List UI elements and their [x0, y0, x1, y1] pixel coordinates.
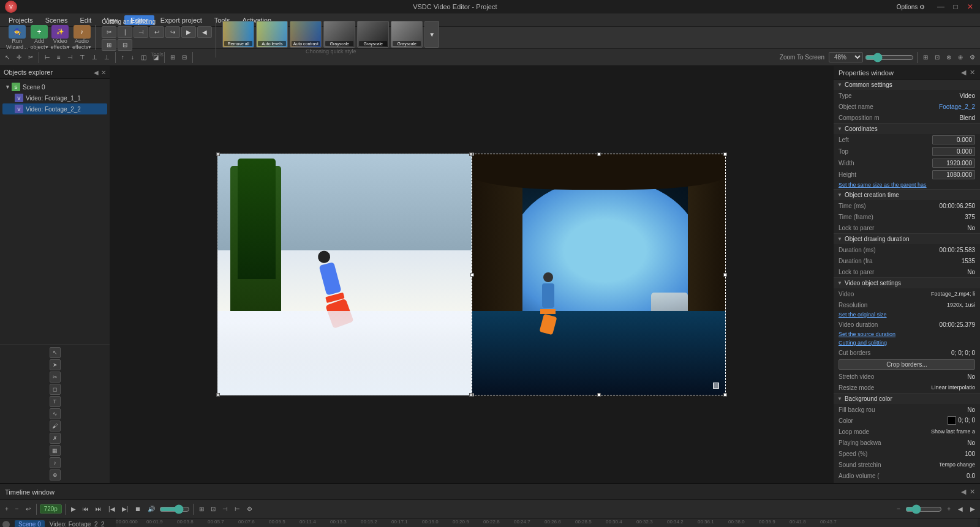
timeline-collapse-btn[interactable]: ◀	[961, 488, 966, 496]
tl-mark-out[interactable]: ⊢	[232, 504, 243, 514]
crop-borders-btn[interactable]: Crop borders...	[839, 359, 975, 370]
props-section-common-header[interactable]: ▼ Common settings	[834, 80, 980, 90]
props-left-input[interactable]	[932, 135, 975, 144]
props-close-btn[interactable]: ✕	[970, 69, 975, 77]
cutting-splitting-link[interactable]: Cutting and splitting	[834, 338, 980, 347]
video-effects-btn[interactable]: ✨ Videoeffects▾	[51, 25, 70, 51]
tool-extra4[interactable]: ⊟	[118, 39, 132, 51]
tool-move2[interactable]: ⊕	[50, 469, 61, 480]
tl-skip-back-btn[interactable]: |◀	[106, 504, 118, 514]
tool-arrow[interactable]: ➤	[50, 359, 61, 370]
trim-icon[interactable]: ⊣	[134, 26, 148, 38]
tree-item-scene0[interactable]: ▼ S Scene 0	[2, 81, 107, 92]
tl-add-btn[interactable]: +	[2, 504, 11, 514]
source-duration-btn[interactable]: Set the source duration	[834, 330, 980, 338]
props-height-input[interactable]	[932, 170, 975, 179]
menu-item-projects[interactable]: Projects	[2, 15, 39, 25]
arrange-back[interactable]: ◫	[138, 53, 149, 62]
props-width-input[interactable]	[932, 159, 975, 168]
view-toggle-1[interactable]: ⊞	[921, 53, 930, 62]
menu-item-scenes[interactable]: Scenes	[39, 15, 74, 25]
props-top-input[interactable]	[932, 147, 975, 156]
select-tool[interactable]: ↖	[2, 53, 12, 62]
align-right[interactable]: ⊣	[65, 53, 75, 62]
move-tool[interactable]: ✛	[14, 53, 24, 62]
tl-undo-btn[interactable]: ↩	[23, 504, 33, 514]
align-center-v[interactable]: ⊥	[89, 53, 100, 62]
tl-zoom-slider[interactable]	[905, 504, 942, 514]
tool-curve[interactable]: ∿	[50, 408, 61, 419]
snap-grid[interactable]: ⊞	[168, 53, 178, 62]
tl-remove-btn[interactable]: −	[13, 504, 21, 514]
style-grayscale-2[interactable]: Grayscale	[357, 21, 389, 48]
view-toggle-3[interactable]: ⊗	[944, 53, 954, 62]
cut-tool[interactable]: ✂	[26, 53, 36, 62]
style-grayscale-1[interactable]: Grayscale	[323, 21, 355, 48]
original-size-btn[interactable]: Set the original size	[834, 310, 980, 319]
align-left[interactable]: ⊢	[42, 53, 53, 62]
tl-snap-btn[interactable]: ⊞	[197, 504, 206, 514]
tl-volume-slider[interactable]	[159, 504, 190, 514]
props-collapse-btn[interactable]: ◀	[961, 69, 966, 77]
style-remove-all[interactable]: Remove all	[222, 21, 254, 48]
tool-rect[interactable]: ◻	[50, 384, 61, 395]
same-size-btn[interactable]: Set the same size as the parent has	[834, 181, 980, 189]
close-btn[interactable]: ✕	[965, 2, 975, 11]
settings-btn[interactable]: ⚙	[967, 53, 978, 62]
tool-eraser[interactable]: ✗	[50, 433, 61, 444]
tool-extra2[interactable]: ◀	[197, 26, 212, 38]
tl-volume-btn[interactable]: 🔊	[145, 504, 157, 514]
minimize-btn[interactable]: —	[936, 2, 946, 11]
style-grayscale-3[interactable]: Grayscale	[391, 21, 423, 48]
arrow-tool-1[interactable]: ↑	[119, 53, 127, 62]
align-top[interactable]: ⊤	[77, 53, 88, 62]
zoom-slider[interactable]	[865, 53, 914, 62]
props-section-bg-header[interactable]: ▼ Background color	[834, 394, 980, 404]
menu-item-edit[interactable]: Edit	[74, 15, 97, 25]
tl-stop-btn[interactable]: ⏹	[132, 504, 143, 514]
explorer-collapse-btn[interactable]: ◀	[94, 69, 99, 76]
timeline-close-btn[interactable]: ✕	[970, 488, 975, 496]
tl-zoom-out[interactable]: −	[894, 504, 903, 514]
tl-move-left[interactable]: ◀	[956, 504, 965, 514]
tl-move-right[interactable]: ▶	[968, 504, 978, 514]
align-bottom[interactable]: ⊥	[102, 53, 112, 62]
style-auto-levels[interactable]: Auto levels	[256, 21, 288, 48]
tl-settings[interactable]: ⚙	[244, 504, 255, 514]
color-swatch[interactable]	[948, 416, 956, 425]
zoom-select[interactable]: 48% 25% 50% 75% 100%	[829, 52, 863, 62]
tl-grid-btn[interactable]: ⊡	[208, 504, 218, 514]
tool-extra[interactable]: ▶	[181, 26, 196, 38]
options-btn[interactable]: Options ⚙	[891, 2, 931, 12]
tool-cursor[interactable]: ↖	[50, 347, 61, 358]
tool-redo[interactable]: ↪	[165, 26, 180, 38]
arrange-fwd[interactable]: ◪	[151, 53, 161, 62]
tl-skip-fwd-btn[interactable]: ▶|	[119, 504, 131, 514]
maximize-btn[interactable]: □	[951, 2, 960, 11]
tl-zoom-in[interactable]: +	[944, 504, 953, 514]
add-object-btn[interactable]: + Addobject▾	[31, 25, 48, 51]
more-styles-btn[interactable]: ▼	[424, 21, 439, 48]
tool-text[interactable]: T	[50, 396, 61, 407]
props-section-video-header[interactable]: ▼ Video object settings	[834, 278, 980, 288]
props-section-drawing-header[interactable]: ▼ Object drawing duration	[834, 234, 980, 244]
arrow-tool-2[interactable]: ↓	[129, 53, 137, 62]
tool-audio[interactable]: ♪	[50, 457, 61, 468]
tool-brush[interactable]: 🖌	[50, 420, 61, 432]
tree-item-footage22[interactable]: V Video: Footage_2_2	[2, 103, 107, 114]
view-toggle-2[interactable]: ⊡	[932, 53, 942, 62]
eye-toggle-scene[interactable]	[2, 521, 10, 528]
snap-obj[interactable]: ⊟	[179, 53, 189, 62]
tl-step-fwd-btn[interactable]: ⏭	[93, 504, 104, 514]
split-icon[interactable]: |	[118, 26, 132, 38]
cut-icon[interactable]: ✂	[102, 26, 116, 38]
audio-effects-btn[interactable]: ♪ Audioeffects▾	[72, 25, 91, 51]
tool-undo[interactable]: ↩	[149, 26, 164, 38]
tool-chart[interactable]: ▦	[50, 445, 61, 456]
style-auto-contrast[interactable]: Auto contrast	[290, 21, 322, 48]
tool-extra3[interactable]: ⊞	[102, 39, 116, 51]
props-section-creation-header[interactable]: ▼ Object creation time	[834, 190, 980, 200]
tl-mark-in[interactable]: ⊣	[220, 504, 230, 514]
tl-play-btn[interactable]: ▶	[69, 504, 78, 514]
explorer-close-btn[interactable]: ✕	[101, 69, 106, 76]
